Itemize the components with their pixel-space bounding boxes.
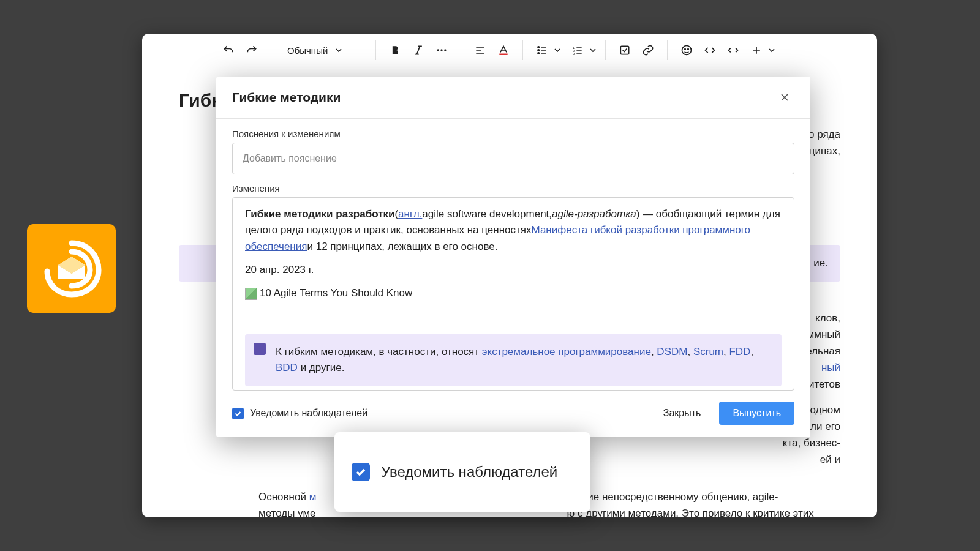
callout-text: Уведомить наблюдателей [381, 463, 557, 481]
check-icon [355, 466, 367, 478]
diff-link-fdd[interactable]: FDD [729, 346, 750, 358]
close-button[interactable]: Закрыть [655, 402, 710, 425]
callout-checkbox [352, 463, 370, 481]
diff-link-scrum[interactable]: Scrum [693, 346, 723, 358]
diff-link-xp[interactable]: экстремальное программирование [482, 346, 651, 358]
modal-header: Гибкие методики [216, 77, 810, 119]
notify-checkbox[interactable] [232, 408, 244, 419]
diff-paragraph: Гибкие методики разработки(англ.agile so… [245, 206, 782, 255]
modal-footer: Уведомить наблюдателей Закрыть Выпустить [216, 391, 810, 437]
explain-input[interactable] [232, 143, 794, 174]
explain-label: Пояснения к изменениям [232, 129, 794, 139]
note-icon [254, 343, 266, 355]
modal-body: Пояснения к изменениям Изменения Гибкие … [216, 119, 810, 391]
publish-modal: Гибкие методики Пояснения к изменениям И… [216, 77, 810, 437]
publish-button[interactable]: Выпустить [719, 402, 794, 425]
modal-title: Гибкие методики [232, 90, 341, 105]
notify-checkbox-wrap[interactable]: Уведомить наблюдателей [232, 408, 368, 419]
callout-tooltip: Уведомить наблюдателей [334, 432, 590, 512]
diff-link-lang[interactable]: англ. [398, 208, 422, 220]
close-icon [778, 91, 791, 103]
notify-label: Уведомить наблюдателей [250, 408, 368, 419]
diff-link-bdd[interactable]: BDD [276, 362, 298, 373]
diff-link-dsdm[interactable]: DSDM [657, 346, 687, 358]
diff-date: 20 апр. 2023 г. [245, 262, 782, 278]
check-icon [234, 410, 242, 418]
diff-viewer[interactable]: Гибкие методики разработки(англ.agile so… [232, 197, 794, 391]
diff-note: К гибким методикам, в частности, относят… [245, 334, 782, 386]
close-icon-button[interactable] [775, 88, 794, 107]
changes-label: Изменения [232, 183, 794, 193]
broken-image: 10 Agile Terms You Should Know [245, 285, 782, 305]
